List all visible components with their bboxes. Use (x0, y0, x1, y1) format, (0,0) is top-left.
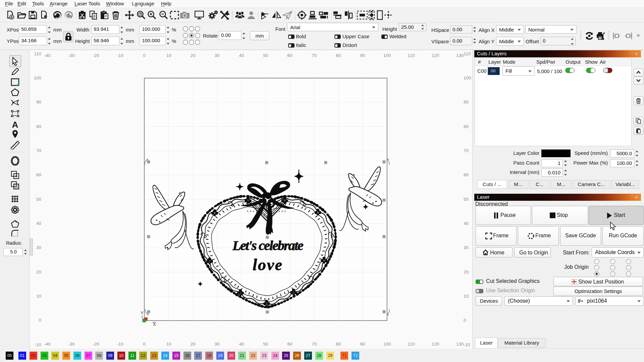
svg-text:60: 60 (36, 172, 41, 177)
svg-text:10: 10 (464, 294, 469, 299)
svg-text:-40: -40 (44, 53, 51, 58)
svg-text:130: 130 (456, 53, 464, 58)
svg-text:70: 70 (36, 148, 41, 153)
svg-text:-10: -10 (117, 53, 123, 58)
svg-text:40: 40 (36, 221, 41, 226)
svg-text:100: 100 (34, 75, 41, 80)
svg-text:90: 90 (360, 342, 365, 347)
svg-text:30: 30 (214, 53, 219, 58)
svg-text:70: 70 (312, 53, 317, 58)
svg-text:0: 0 (143, 53, 146, 58)
svg-text:90: 90 (464, 100, 469, 105)
svg-text:0: 0 (39, 318, 41, 323)
svg-text:20: 20 (464, 269, 469, 275)
svg-text:110: 110 (34, 51, 41, 56)
svg-text:-20: -20 (93, 53, 99, 58)
svg-text:-10: -10 (117, 342, 123, 347)
svg-text:20: 20 (36, 269, 41, 275)
svg-text:-10: -10 (35, 342, 41, 347)
svg-text:100: 100 (383, 53, 391, 58)
svg-text:110: 110 (408, 342, 415, 347)
svg-text:100: 100 (383, 342, 391, 347)
svg-text:40: 40 (239, 342, 244, 347)
svg-text:90: 90 (36, 100, 41, 105)
svg-text:0: 0 (143, 342, 146, 347)
svg-text:80: 80 (336, 342, 341, 347)
svg-text:10: 10 (166, 342, 171, 347)
svg-text:10: 10 (36, 294, 41, 299)
svg-text:-30: -30 (68, 53, 75, 58)
svg-text:60: 60 (464, 172, 469, 177)
svg-text:Let's celebrate: Let's celebrate (232, 238, 304, 253)
svg-text:30: 30 (464, 245, 469, 250)
svg-text:120: 120 (432, 53, 439, 58)
svg-text:60: 60 (287, 342, 292, 347)
svg-text:-40: -40 (44, 342, 51, 347)
svg-text:80: 80 (464, 124, 469, 129)
svg-text:60: 60 (287, 53, 292, 58)
svg-text:50: 50 (464, 197, 469, 202)
svg-text:-30: -30 (68, 342, 75, 347)
svg-text:80: 80 (36, 124, 41, 129)
svg-text:50: 50 (36, 197, 41, 202)
svg-text:90: 90 (360, 53, 365, 58)
svg-text:40: 40 (464, 221, 469, 226)
svg-text:A: A (12, 121, 18, 129)
svg-text:110: 110 (408, 53, 415, 58)
svg-text:0: 0 (464, 318, 466, 323)
svg-text:-10: -10 (464, 342, 470, 347)
svg-text:10: 10 (166, 53, 171, 58)
svg-text:30: 30 (214, 342, 219, 347)
svg-text:-20: -20 (93, 342, 99, 347)
svg-text:80: 80 (336, 53, 341, 58)
svg-text:20: 20 (190, 342, 195, 347)
svg-text:70: 70 (312, 342, 317, 347)
svg-text:love: love (253, 256, 282, 274)
svg-text:40: 40 (239, 53, 244, 58)
svg-text:70: 70 (464, 148, 469, 153)
svg-text:50: 50 (263, 53, 268, 58)
svg-text:110: 110 (464, 51, 471, 56)
svg-text:120: 120 (432, 342, 439, 347)
svg-text:50: 50 (263, 342, 268, 347)
svg-text:30: 30 (36, 245, 41, 250)
svg-text:20: 20 (190, 53, 195, 58)
svg-text:Y: Y (141, 310, 144, 315)
svg-text:130: 130 (456, 342, 464, 347)
svg-text:100: 100 (464, 75, 471, 80)
